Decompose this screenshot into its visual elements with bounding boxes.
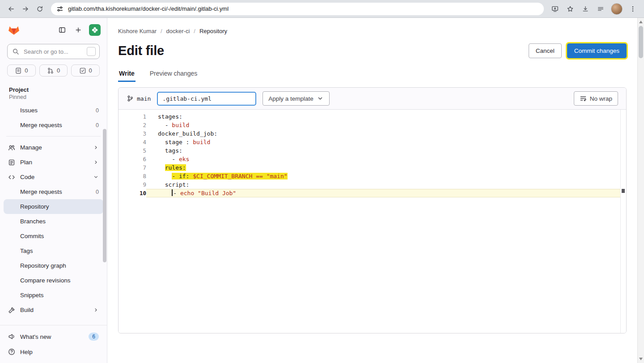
code-text: docker_build_job: (146, 129, 620, 138)
sidebar-item-issues[interactable]: Issues0 (4, 103, 103, 118)
code-line[interactable]: 4 stage : build (119, 138, 626, 146)
branch-indicator: main (127, 95, 151, 102)
code-line[interactable]: 9 script: (119, 180, 626, 189)
line-number: 3 (119, 129, 146, 138)
code-line[interactable]: 3docker_build_job: (119, 129, 626, 138)
code-line[interactable]: 1stages: (119, 112, 626, 121)
breadcrumb-item-kishore-kumar[interactable]: Kishore Kumar (118, 28, 157, 34)
sidebar-counters: 000 (7, 64, 100, 77)
page-scrollbar-thumb[interactable] (639, 26, 643, 58)
back-button[interactable] (4, 2, 18, 16)
scroll-down-arrow[interactable] (639, 358, 643, 360)
breadcrumb-item-repository[interactable]: Repository (199, 28, 227, 34)
line-number: 8 (119, 172, 146, 180)
sidebar-item-repository-graph[interactable]: Repository graph (4, 258, 103, 273)
code-line[interactable]: 7 rules: (119, 163, 626, 172)
search-box[interactable] (7, 44, 100, 59)
sidebar-item-tags[interactable]: Tags (4, 243, 103, 258)
issues-counter[interactable]: 0 (7, 64, 36, 77)
sidebar-item-label: Repository graph (20, 262, 66, 269)
sidebar-header (0, 18, 107, 42)
sidebar-scrollbar-thumb[interactable] (103, 129, 106, 262)
page-title: Edit file (118, 43, 164, 58)
create-new-button[interactable] (72, 24, 85, 36)
code-line[interactable]: 6 - eks (119, 155, 626, 163)
sidebar-toggle-button[interactable] (56, 24, 68, 36)
sidebar-item-repository[interactable]: Repository (4, 199, 103, 214)
breadcrumb-item-docker-ci[interactable]: docker-ci (166, 28, 190, 34)
item-count-badge: 0 (96, 122, 99, 128)
code-line[interactable]: 10 - echo "Build Job" (119, 189, 626, 197)
file-editor: main Apply a template No wrap 1stages:2 … (118, 87, 627, 333)
code-text: script: (146, 180, 620, 189)
site-settings-icon[interactable] (56, 5, 64, 13)
reload-button[interactable] (33, 2, 47, 16)
page-scrollbar[interactable] (637, 18, 644, 363)
people-icon (8, 144, 15, 151)
code-line[interactable]: 8 - if: $CI_COMMIT_BRANCH == "main" (119, 172, 626, 180)
sidebar-item-label: Merge requests (20, 122, 62, 128)
code-line[interactable]: 5 tags: (119, 146, 626, 155)
filename-input[interactable] (157, 92, 256, 106)
sidebar-item-compare-revisions[interactable]: Compare revisions (4, 273, 103, 288)
reload-icon (36, 5, 43, 13)
sidebar-item-label: Help (20, 349, 33, 355)
page-header: Edit file Cancel Commit changes (118, 43, 627, 58)
search-input[interactable] (23, 48, 83, 56)
gitlab-logo[interactable] (8, 25, 20, 35)
install-app-icon (551, 5, 559, 13)
sidebar-footer-what-s-new[interactable]: What's new6 (4, 329, 103, 344)
search-shortcut-hint (87, 47, 96, 56)
install-app-button[interactable] (548, 2, 562, 16)
code-editor[interactable]: 1stages:2 - build3docker_build_job:4 sta… (119, 110, 626, 333)
code-line[interactable]: 2 - build (119, 121, 626, 129)
line-number: 2 (119, 121, 146, 129)
breadcrumb: Kishore Kumar/docker-ci/Repository (118, 28, 627, 34)
todos-counter[interactable]: 0 (71, 64, 100, 77)
no-wrap-button[interactable]: No wrap (574, 91, 618, 106)
scroll-up-arrow[interactable] (639, 21, 643, 23)
wrap-icon (580, 95, 587, 102)
breadcrumb-separator: / (194, 28, 195, 34)
sidebar-item-manage[interactable]: Manage (4, 140, 103, 155)
commit-changes-button[interactable]: Commit changes (567, 43, 627, 58)
text-cursor (172, 189, 173, 196)
line-number: 6 (119, 155, 146, 163)
bookmark-button[interactable] (564, 2, 577, 16)
media-controls-button[interactable] (594, 2, 607, 16)
browser-menu-button[interactable] (626, 2, 640, 16)
project-avatar[interactable] (89, 24, 101, 36)
code-text: stages: (146, 112, 620, 121)
sidebar-footer-help[interactable]: Help (4, 344, 103, 359)
forward-button[interactable] (19, 2, 32, 16)
sidebar-item-commits[interactable]: Commits (4, 229, 103, 243)
sidebar-item-code[interactable]: Code (4, 170, 103, 184)
merge-requests-counter[interactable]: 0 (39, 64, 68, 77)
apply-template-dropdown[interactable]: Apply a template (263, 91, 330, 106)
plus-icon (75, 26, 82, 34)
url-bar[interactable]: gitlab.com/tha.kishorekumar/docker-ci/-/… (51, 3, 544, 15)
sidebar-item-snippets[interactable]: Snippets (4, 288, 103, 303)
browser-profile-avatar[interactable] (611, 3, 623, 15)
bookmark-star-icon (567, 5, 574, 13)
chev-down-icon (93, 174, 99, 180)
sidebar-item-label: Branches (20, 218, 46, 225)
code-text: - if: $CI_COMMIT_BRANCH == "main" (146, 172, 620, 180)
counter-value: 0 (25, 67, 28, 74)
editor-tabs: Write Preview changes (118, 67, 627, 82)
tab-preview-changes[interactable]: Preview changes (149, 67, 199, 82)
code-text: - eks (146, 155, 620, 163)
media-controls-icon (597, 5, 604, 13)
sidebar-item-label: Plan (20, 159, 32, 166)
sidebar-item-merge-requests[interactable]: Merge requests0 (4, 118, 103, 132)
sidebar-item-plan[interactable]: Plan (4, 155, 103, 170)
chev-right-icon (93, 145, 99, 150)
sidebar-item-build[interactable]: Build (4, 303, 103, 317)
editor-scrollbar[interactable] (620, 110, 626, 333)
sidebar-item-merge-requests[interactable]: Merge requests0 (4, 184, 103, 199)
sidebar-item-branches[interactable]: Branches (4, 214, 103, 229)
cancel-button[interactable]: Cancel (529, 43, 562, 58)
tab-write[interactable]: Write (118, 67, 136, 82)
code-text: - build (146, 121, 620, 129)
downloads-button[interactable] (579, 2, 592, 16)
